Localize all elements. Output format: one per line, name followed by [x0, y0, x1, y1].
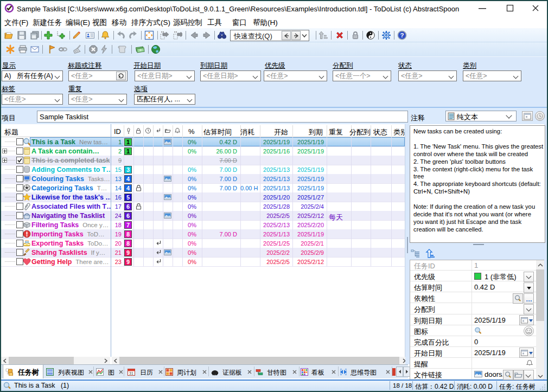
- svg-text:31: 31: [129, 371, 133, 375]
- svg-text:?: ?: [400, 32, 404, 38]
